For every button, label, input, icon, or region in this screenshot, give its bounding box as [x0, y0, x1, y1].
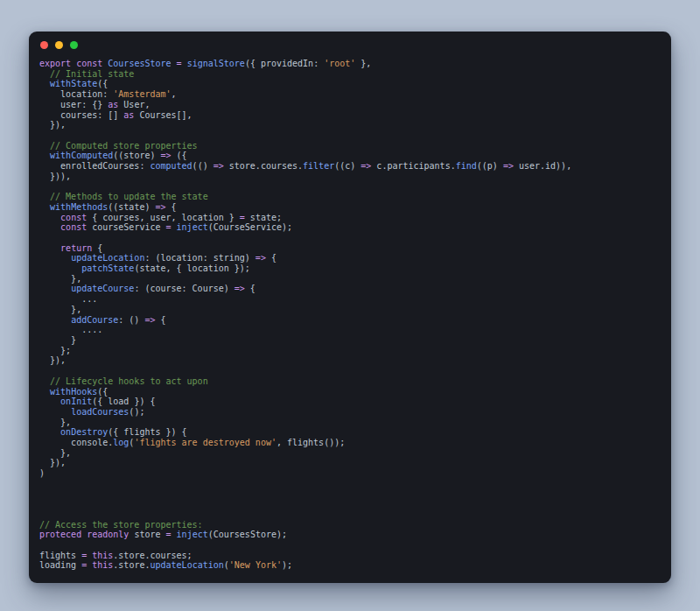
code-line: user: {} as User, — [39, 100, 661, 110]
code-line: withComputed((store) => ({ — [39, 151, 661, 161]
code-line: }, — [39, 274, 661, 284]
code-line: // Methods to update the state — [39, 192, 661, 202]
code-line: updateCourse: (course: Course) => { — [39, 284, 661, 294]
code-line: }), — [39, 355, 661, 366]
code-line — [39, 479, 661, 489]
code-line: withMethods((state) => { — [39, 202, 661, 213]
code-line: // Access the store properties: — [39, 520, 661, 530]
minimize-button[interactable] — [55, 41, 63, 49]
code-line: onDestroy({ flights }) { — [39, 427, 661, 438]
code-line — [39, 489, 661, 500]
code-line: loadCourses(); — [39, 407, 661, 418]
code-line — [39, 130, 661, 141]
code-line: ) — [39, 468, 661, 479]
code-line: // Initial state — [39, 69, 661, 80]
code-line — [39, 366, 661, 376]
code-line: }), — [39, 458, 661, 468]
code-line: const { courses, user, location } = stat… — [39, 213, 661, 223]
code-line: }, — [39, 448, 661, 459]
code-line: flights = this.store.courses; — [39, 551, 661, 561]
code-line: courses: [] as Courses[], — [39, 110, 661, 121]
code-line: // Computed store properties — [39, 141, 661, 151]
code-line: location: 'Amsterdam', — [39, 89, 661, 100]
code-line: } — [39, 335, 661, 346]
code-line: updateLocation: (location: string) => { — [39, 253, 661, 263]
code-area: export const CoursesStore = signalStore(… — [29, 51, 671, 571]
code-line: enrolledCourses: computed(() => store.co… — [39, 161, 661, 172]
code-line — [39, 540, 661, 551]
code-line: return { — [39, 243, 661, 254]
code-line: .... — [39, 325, 661, 335]
code-line — [39, 499, 661, 509]
code-line: withHooks({ — [39, 387, 661, 397]
code-line: // Lifecycle hooks to act upon — [39, 376, 661, 387]
code-line: })), — [39, 172, 661, 182]
desktop-background: export const CoursesStore = signalStore(… — [0, 0, 700, 611]
code-line — [39, 181, 661, 192]
code-editor-window: export const CoursesStore = signalStore(… — [29, 32, 671, 583]
code-line: export const CoursesStore = signalStore(… — [39, 59, 661, 69]
zoom-button[interactable] — [70, 41, 78, 49]
code-line: ... — [39, 294, 661, 305]
code-line: }, — [39, 305, 661, 315]
code-line: patchState(state, { location }); — [39, 263, 661, 274]
code-line — [39, 509, 661, 520]
close-button[interactable] — [40, 41, 48, 49]
code-line: const courseService = inject(CourseServi… — [39, 222, 661, 233]
code-line: loading = this.store.updateLocation('New… — [39, 560, 661, 571]
window-titlebar — [29, 32, 671, 51]
code-line: console.log('flights are destroyed now',… — [39, 438, 661, 448]
code-line: proteced readonly store = inject(Courses… — [39, 530, 661, 540]
code-line: addCourse: () => { — [39, 315, 661, 326]
code-line — [39, 233, 661, 243]
code-line: onInit({ load }) { — [39, 397, 661, 407]
code-line: }, — [39, 418, 661, 428]
code-line: }; — [39, 346, 661, 356]
code-line: }), — [39, 120, 661, 130]
code-line: withState({ — [39, 79, 661, 89]
